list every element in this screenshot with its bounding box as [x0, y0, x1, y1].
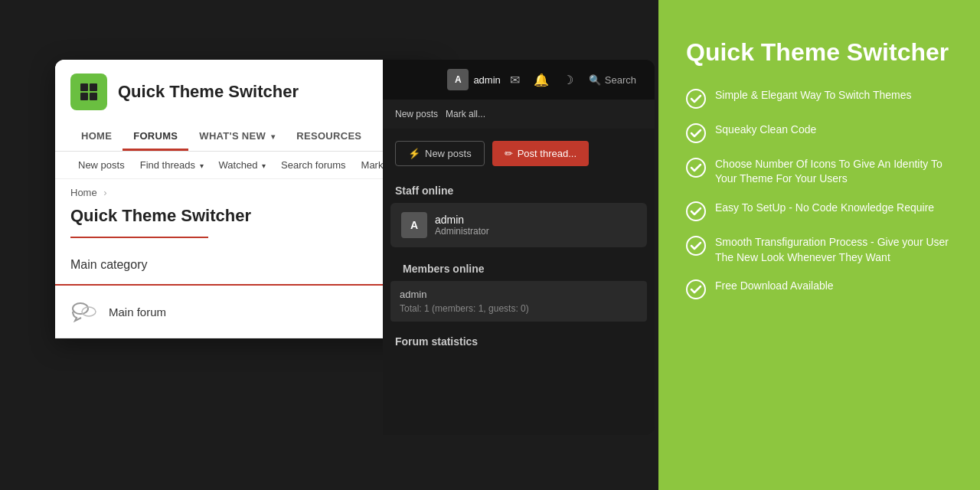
check-icon-4: [686, 201, 706, 221]
page-title: Quick Theme Switcher: [55, 201, 438, 237]
sub-nav: New posts Find threads ▾ Watched ▾ Searc…: [55, 152, 438, 179]
action-bar: ⚡ New posts ✏ Post thread...: [383, 129, 655, 178]
post-thread-button[interactable]: ✏ Post thread...: [492, 141, 589, 166]
feature-item-6: Free Download Available: [686, 279, 952, 299]
members-online-section: Members online admin Total: 1 (members: …: [383, 247, 655, 326]
subnav-search-forums[interactable]: Search forums: [273, 155, 354, 175]
mail-icon[interactable]: ✉: [505, 70, 524, 90]
breadcrumb-separator: ›: [103, 187, 106, 198]
left-panel: Quick Theme Switcher HOME FORUMS WHAT'S …: [0, 0, 658, 490]
feature-text-6: Free Download Available: [715, 279, 834, 294]
breadcrumb-home[interactable]: Home: [70, 187, 97, 198]
nav-item-forums[interactable]: FORUMS: [122, 121, 188, 151]
subnav-find-threads[interactable]: Find threads ▾: [132, 155, 211, 175]
feature-item-1: Simple & Elegant Way To Switch Themes: [686, 88, 952, 109]
svg-rect-0: [80, 83, 88, 91]
svg-point-6: [687, 90, 705, 108]
search-button[interactable]: 🔍 Search: [583, 71, 642, 89]
nav-item-home[interactable]: HOME: [70, 121, 122, 151]
dark-subnav-mark[interactable]: Mark all...: [446, 109, 485, 119]
check-icon-6: [686, 279, 706, 299]
dark-nav: A admin ✉ 🔔 ☽ 🔍 Search: [383, 60, 655, 100]
svg-rect-2: [80, 93, 88, 100]
svg-rect-3: [90, 93, 97, 100]
new-posts-button[interactable]: ⚡ New posts: [395, 141, 485, 166]
search-label: Search: [605, 74, 636, 86]
bell-icon[interactable]: 🔔: [529, 70, 554, 90]
logo-bar: Quick Theme Switcher: [55, 60, 438, 121]
svg-point-11: [687, 280, 705, 299]
staff-online-title: Staff online: [383, 178, 655, 203]
new-posts-label: New posts: [425, 148, 472, 159]
svg-point-8: [687, 158, 705, 177]
dark-panel: A admin ✉ 🔔 ☽ 🔍 Search New posts Mark al…: [383, 60, 655, 435]
svg-point-9: [687, 202, 705, 220]
staff-name: admin: [435, 214, 489, 226]
member-total: Total: 1 (members: 1, guests: 0): [400, 303, 638, 314]
dark-nav-user: A admin ✉ 🔔 ☽ 🔍 Search: [447, 69, 642, 90]
right-panel-title: Quick Theme Switcher: [686, 38, 952, 67]
nav-item-resources[interactable]: RESOURCES: [286, 121, 372, 151]
svg-point-4: [73, 303, 88, 314]
feature-item-3: Choose Number Of Icons To Give An Identi…: [686, 157, 952, 187]
nav-item-whats-new[interactable]: WHAT'S NEW ▾: [188, 121, 286, 151]
edit-icon: ✏: [505, 148, 513, 159]
forum-row-title: Main forum: [109, 305, 166, 318]
feature-text-3: Choose Number Of Icons To Give An Identi…: [715, 157, 952, 187]
logo-icon: [70, 74, 107, 110]
right-panel: Quick Theme Switcher Simple & Elegant Wa…: [658, 0, 980, 490]
forum-row[interactable]: Main forum: [55, 286, 438, 338]
post-thread-label: Post thread...: [518, 148, 577, 159]
forum-statistics-title: Forum statistics: [383, 326, 655, 352]
svg-point-7: [687, 124, 705, 142]
check-icon-2: [686, 123, 706, 143]
moon-icon[interactable]: ☽: [558, 70, 578, 90]
avatar: A: [447, 69, 469, 90]
subnav-new-posts[interactable]: New posts: [70, 155, 132, 175]
staff-role: Administrator: [435, 226, 489, 237]
svg-point-5: [82, 307, 96, 316]
members-list-box: admin Total: 1 (members: 1, guests: 0): [390, 281, 647, 322]
dark-subnav: New posts Mark all...: [383, 100, 655, 129]
title-underline: [70, 237, 208, 238]
dark-subnav-new-posts[interactable]: New posts: [395, 109, 438, 119]
main-category[interactable]: Main category ⌄: [55, 246, 438, 286]
feature-text-5: Smooth Transfiguration Process - Give yo…: [715, 235, 952, 265]
staff-info: admin Administrator: [435, 214, 489, 237]
svg-rect-1: [90, 83, 97, 91]
feature-text-1: Simple & Elegant Way To Switch Themes: [715, 88, 912, 103]
breadcrumb: Home ›: [55, 179, 438, 201]
feature-item-5: Smooth Transfiguration Process - Give yo…: [686, 235, 952, 265]
feature-item-2: Squeaky Clean Code: [686, 122, 952, 143]
staff-avatar: A: [401, 212, 427, 238]
feature-item-4: Easy To SetUp - No Code Knowledge Requir…: [686, 201, 952, 221]
staff-card: A admin Administrator: [390, 203, 647, 247]
main-category-label: Main category: [70, 258, 148, 272]
check-icon-1: [686, 89, 706, 109]
check-icon-5: [686, 236, 706, 256]
nav-bar: HOME FORUMS WHAT'S NEW ▾ RESOURCES: [55, 121, 438, 152]
subnav-watched[interactable]: Watched ▾: [211, 155, 273, 175]
feature-text-4: Easy To SetUp - No Code Knowledge Requir…: [715, 201, 934, 216]
feature-text-2: Squeaky Clean Code: [715, 122, 816, 138]
svg-point-10: [687, 237, 705, 255]
lightning-icon: ⚡: [408, 148, 420, 159]
username-label: admin: [473, 74, 500, 86]
search-icon: 🔍: [589, 74, 601, 86]
logo-title: Quick Theme Switcher: [118, 82, 299, 102]
member-name: admin: [400, 289, 638, 300]
members-online-title: Members online: [390, 256, 647, 281]
forum-card: Quick Theme Switcher HOME FORUMS WHAT'S …: [55, 60, 438, 338]
check-icon-3: [686, 158, 706, 178]
forum-icon: [70, 298, 98, 325]
